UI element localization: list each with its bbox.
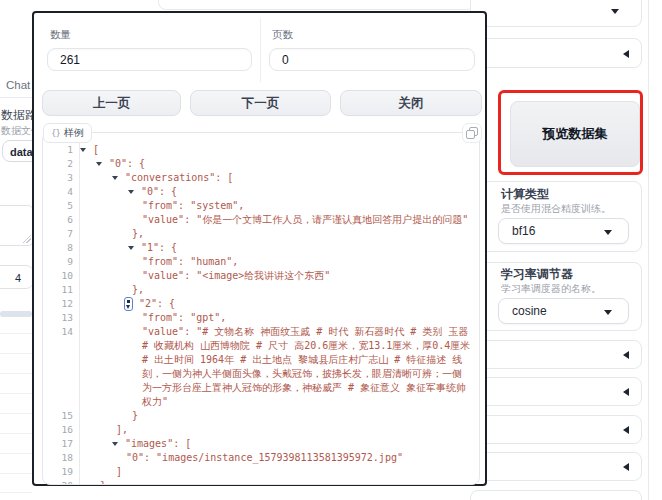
line-number: 10 bbox=[43, 269, 80, 283]
code-line: 3"conversations": [ bbox=[43, 171, 479, 185]
line-number: 19 bbox=[43, 465, 80, 479]
json-viewer: 1[2"0": {3"conversations": [4"0": {5"fro… bbox=[42, 132, 480, 485]
line-number: 11 bbox=[43, 283, 80, 297]
json-line-text: "0": { bbox=[109, 158, 145, 169]
line-number: 15 bbox=[43, 409, 80, 423]
json-line-text: "from": "human", bbox=[142, 256, 238, 267]
code-line: 15} bbox=[43, 409, 479, 423]
lr-scheduler-group: 学习率调节器 学习率调度器的名称。 cosine bbox=[470, 262, 642, 331]
accordion-collapsed[interactable] bbox=[470, 38, 642, 68]
code-line: 18"0": "images/instance_1579398113581395… bbox=[43, 451, 479, 465]
code-line: 10"value": "<image>给我讲讲这个东西" bbox=[43, 269, 479, 283]
page-input[interactable] bbox=[269, 48, 475, 71]
code-line: 12"2": { bbox=[43, 297, 479, 311]
chevron-left-icon[interactable] bbox=[623, 463, 629, 471]
accordion-collapsed[interactable] bbox=[470, 415, 642, 444]
code-line: 19] bbox=[43, 465, 479, 479]
code-line: 8"1": { bbox=[43, 241, 479, 255]
json-line-text: "value": "# 文物名称 神面纹玉戚 # 时代 新石器时代 # 类别 玉… bbox=[142, 326, 470, 407]
compute-type-value: bf16 bbox=[512, 224, 535, 238]
accordion-collapsed[interactable] bbox=[470, 340, 642, 369]
highlight-rectangle bbox=[498, 90, 643, 175]
json-code: 1[2"0": {3"conversations": [4"0": {5"fro… bbox=[43, 143, 479, 485]
line-number: 2 bbox=[43, 157, 80, 171]
line-number: 7 bbox=[43, 227, 80, 241]
prev-page-button[interactable]: 上一页 bbox=[42, 90, 181, 116]
screen: Chat 数据路径 数据文件 data 4 预览数据集 计算类型 是否使用混合精… bbox=[0, 0, 662, 500]
json-line-text: "images": [ bbox=[125, 438, 191, 449]
accordion-collapsed[interactable] bbox=[470, 452, 642, 481]
collapse-arrow-icon[interactable] bbox=[112, 176, 118, 180]
collapse-arrow-icon[interactable] bbox=[96, 162, 102, 166]
json-line-text: "from": "gpt", bbox=[142, 312, 226, 323]
json-line-text: "2": { bbox=[139, 298, 175, 309]
chevron-left-icon[interactable] bbox=[623, 388, 629, 396]
chevron-left-icon[interactable] bbox=[623, 50, 629, 58]
line-number: 13 bbox=[43, 311, 80, 325]
close-button[interactable]: 关闭 bbox=[340, 90, 482, 116]
next-page-button[interactable]: 下一页 bbox=[190, 90, 331, 116]
code-line: 7}, bbox=[43, 227, 479, 241]
line-number: 4 bbox=[43, 185, 80, 199]
json-line-text: "value": "<image>给我讲讲这个东西" bbox=[142, 270, 330, 281]
line-number: 18 bbox=[43, 451, 80, 465]
line-number: 1 bbox=[43, 143, 80, 157]
json-line-text: ] bbox=[116, 466, 122, 477]
json-line-text: ], bbox=[116, 424, 128, 435]
line-number: 20 bbox=[43, 479, 80, 485]
lr-scheduler-value: cosine bbox=[512, 304, 547, 318]
json-line-text: } bbox=[132, 410, 138, 421]
accordion-collapsed[interactable] bbox=[470, 490, 642, 500]
json-line-text: }, bbox=[132, 228, 144, 239]
divider bbox=[260, 18, 261, 82]
panel-divider bbox=[648, 0, 649, 500]
sample-tab: {} 样例 bbox=[43, 123, 92, 143]
chevron-left-icon[interactable] bbox=[623, 426, 629, 434]
chevron-down-icon[interactable] bbox=[604, 310, 612, 315]
collapse-arrow-icon[interactable] bbox=[128, 246, 134, 250]
code-line: 11}, bbox=[43, 283, 479, 297]
code-line: 16], bbox=[43, 423, 479, 437]
copy-icon bbox=[466, 127, 478, 139]
braces-icon: {} bbox=[51, 128, 60, 138]
lr-scheduler-dropdown[interactable]: cosine bbox=[498, 298, 629, 324]
line-number: 16 bbox=[43, 423, 80, 437]
accordion-collapsed[interactable] bbox=[470, 377, 642, 406]
quantity-input[interactable] bbox=[47, 48, 252, 71]
collapse-arrow-icon[interactable] bbox=[112, 442, 118, 446]
code-line: 20}, bbox=[43, 479, 479, 485]
dropdown-collapsed-top[interactable] bbox=[470, 0, 642, 27]
code-line: 13"from": "gpt", bbox=[43, 311, 479, 325]
code-line: 6"value": "你是一个文博工作人员，请严谨认真地回答用户提出的问题" bbox=[43, 213, 479, 227]
collapse-arrow-icon[interactable] bbox=[80, 148, 86, 152]
compute-type-dropdown[interactable]: bf16 bbox=[498, 218, 629, 244]
line-number: 17 bbox=[43, 437, 80, 451]
line-number: 12 bbox=[43, 297, 80, 311]
code-line: 4"0": { bbox=[43, 185, 479, 199]
code-line: 5"from": "system", bbox=[43, 199, 479, 213]
json-line-text: "0": { bbox=[141, 186, 177, 197]
cursor-icon bbox=[124, 297, 133, 311]
page-label: 页数 bbox=[272, 28, 293, 42]
json-line-text: [ bbox=[93, 144, 99, 155]
collapse-arrow-icon[interactable] bbox=[128, 190, 134, 194]
line-number: 3 bbox=[43, 171, 80, 185]
chevron-left-icon[interactable] bbox=[623, 351, 629, 359]
json-line-text: }, bbox=[132, 284, 144, 295]
json-line-text: "1": { bbox=[141, 242, 177, 253]
quantity-label: 数量 bbox=[50, 28, 71, 42]
code-line: 1[ bbox=[43, 143, 479, 157]
chevron-down-icon[interactable] bbox=[611, 9, 619, 14]
chevron-down-icon[interactable] bbox=[604, 230, 612, 235]
line-number: 6 bbox=[43, 213, 80, 227]
line-number: 5 bbox=[43, 199, 80, 213]
line-number: 14 bbox=[43, 325, 80, 409]
lr-scheduler-label: 学习率调节器 bbox=[501, 266, 573, 283]
json-line-text: }, bbox=[100, 480, 112, 485]
compute-type-desc: 是否使用混合精度训练。 bbox=[501, 202, 611, 216]
line-number: 8 bbox=[43, 241, 80, 255]
lr-scheduler-desc: 学习率调度器的名称。 bbox=[501, 282, 601, 296]
code-line: 9"from": "human", bbox=[43, 255, 479, 269]
copy-button[interactable] bbox=[462, 123, 482, 143]
json-line-text: "0": "images/instance_157939811358139597… bbox=[126, 452, 403, 463]
